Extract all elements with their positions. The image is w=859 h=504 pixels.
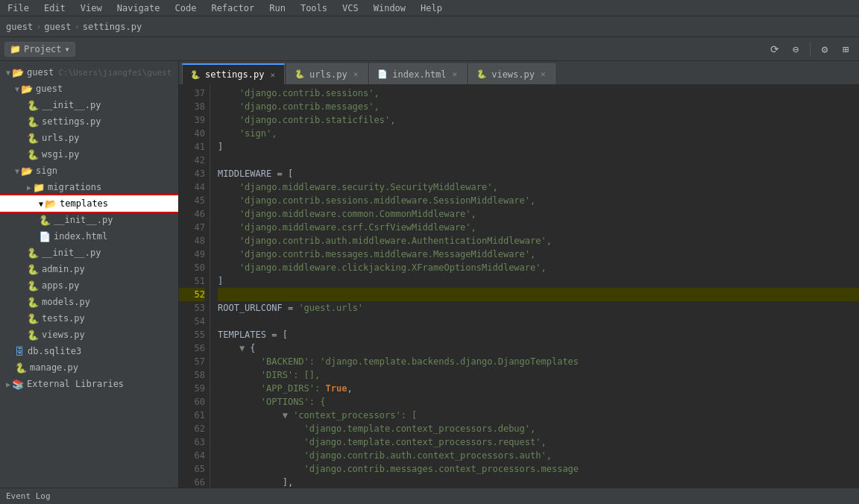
tree-item-settings-py[interactable]: 🐍 settings.py bbox=[0, 113, 178, 130]
tree-item-models-py[interactable]: 🐍 models.py bbox=[0, 294, 178, 310]
expand-arrow5: ▼ bbox=[39, 200, 43, 208]
tree-item-templates[interactable]: ▼ 📂 templates bbox=[0, 195, 178, 212]
menu-view[interactable]: View bbox=[78, 1, 105, 15]
html-file-icon: 📄 bbox=[377, 69, 388, 79]
expand-arrow4: ▶ bbox=[27, 183, 31, 192]
linenum-62: 62 bbox=[179, 422, 205, 435]
tree-label-init: __init__.py bbox=[42, 100, 101, 110]
tree-item-views-py[interactable]: 🐍 views.py bbox=[0, 327, 178, 343]
code-line-40: 'sign', bbox=[218, 127, 859, 140]
menu-refactor[interactable]: Refactor bbox=[208, 1, 257, 15]
code-content-46: 'django.middleware.common.CommonMiddlewa… bbox=[218, 207, 476, 221]
linenum-47: 47 bbox=[179, 221, 205, 234]
editor-area[interactable]: 37 38 39 40 41 42 43 44 45 46 47 48 49 5… bbox=[179, 85, 859, 488]
tree-item-admin-py[interactable]: 🐍 admin.py bbox=[0, 261, 178, 277]
tree-item-migrations[interactable]: ▶ 📁 migrations bbox=[0, 179, 178, 195]
path-label: C:\Users\jiangfei\guest bbox=[58, 68, 172, 78]
expand-arrow3: ▼ bbox=[15, 167, 19, 175]
tree-label-templates-init: __init__.py bbox=[54, 215, 113, 225]
linenum-39: 39 bbox=[179, 113, 205, 127]
tree-label-templates: templates bbox=[60, 198, 108, 209]
tree-item-ext-libs[interactable]: ▶ 📚 External Libraries bbox=[0, 376, 178, 392]
tree-label-models: models.py bbox=[42, 297, 90, 307]
tree-label-settings: settings.py bbox=[42, 116, 101, 127]
tree-label-guest: guest bbox=[36, 84, 63, 94]
breadcrumb-guest2[interactable]: guest bbox=[44, 22, 71, 32]
linenum-41: 41 bbox=[179, 140, 205, 154]
tab-label-views: views.py bbox=[491, 69, 535, 80]
code-line-48: 'django.contrib.auth.middleware.Authenti… bbox=[218, 234, 859, 248]
linenum-58: 58 bbox=[179, 368, 205, 382]
code-line-42 bbox=[218, 154, 859, 167]
tree-item-urls-py[interactable]: 🐍 urls.py bbox=[0, 130, 178, 146]
toolbar-view-btn[interactable]: ⊞ bbox=[837, 40, 855, 58]
expand-arrow6: ▶ bbox=[6, 380, 10, 388]
menu-navigate[interactable]: Navigate bbox=[114, 1, 163, 15]
tree-label-ext: External Libraries bbox=[27, 379, 124, 389]
linenum-56: 56 bbox=[179, 341, 205, 355]
menu-window[interactable]: Window bbox=[371, 1, 409, 15]
tab-index-html[interactable]: 📄 index.html ✕ bbox=[369, 63, 467, 84]
tab-settings[interactable]: 🐍 settings.py ✕ bbox=[182, 63, 285, 84]
py-icon9: 🐍 bbox=[27, 297, 39, 308]
menu-vcs[interactable]: VCS bbox=[339, 1, 362, 15]
tree-item-sign-init[interactable]: 🐍 __init__.py bbox=[0, 245, 178, 261]
breadcrumb-guest[interactable]: guest bbox=[6, 22, 33, 32]
tab-close-urls[interactable]: ✕ bbox=[352, 69, 360, 80]
tree-item-sign[interactable]: ▼ 📂 sign bbox=[0, 163, 178, 179]
tab-close-views[interactable]: ✕ bbox=[539, 69, 547, 80]
code-line-64: 'django.contrib.auth.context_processors.… bbox=[218, 449, 859, 462]
menu-file[interactable]: File bbox=[4, 1, 32, 15]
tree-item-templates-init[interactable]: 🐍 __init__.py bbox=[0, 212, 178, 228]
tree-item-manage-py[interactable]: 🐍 manage.py bbox=[0, 359, 178, 376]
menu-edit[interactable]: Edit bbox=[41, 1, 69, 15]
toolbar-sync-btn[interactable]: ⟳ bbox=[766, 40, 784, 58]
code-content-39: 'django.contrib.staticfiles', bbox=[218, 113, 395, 127]
settings-file-icon: 🐍 bbox=[190, 70, 201, 80]
html-icon: 📄 bbox=[39, 231, 51, 242]
linenum-66: 66 bbox=[179, 476, 205, 488]
tab-urls[interactable]: 🐍 urls.py ✕ bbox=[286, 63, 368, 84]
tab-views[interactable]: 🐍 views.py ✕ bbox=[468, 63, 555, 84]
linenum-60: 60 bbox=[179, 395, 205, 409]
tree-item-guest-inner[interactable]: ▼ 📂 guest bbox=[0, 81, 178, 97]
py-icon6: 🐍 bbox=[27, 248, 39, 259]
breadcrumb-settings[interactable]: settings.py bbox=[83, 22, 142, 32]
tree-item-index-html[interactable]: 📄 index.html bbox=[0, 228, 178, 245]
code-line-39: 'django.contrib.staticfiles', bbox=[218, 113, 859, 127]
py-icon4: 🐍 bbox=[27, 149, 39, 160]
linenum-61: 61 bbox=[179, 409, 205, 422]
code-content-41: ] bbox=[218, 140, 223, 154]
menu-help[interactable]: Help bbox=[418, 1, 445, 15]
menu-tools[interactable]: Tools bbox=[298, 1, 330, 15]
menu-run[interactable]: Run bbox=[266, 1, 289, 15]
code-content-57: 'BACKEND': 'django.template.backends.dja… bbox=[218, 355, 579, 368]
line-numbers: 37 38 39 40 41 42 43 44 45 46 47 48 49 5… bbox=[179, 85, 210, 488]
folder-icon: 📂 bbox=[12, 67, 24, 78]
tree-item-tests-py[interactable]: 🐍 tests.py bbox=[0, 310, 178, 327]
code-content-66: ], bbox=[218, 476, 293, 488]
tree-item-wsgi-py[interactable]: 🐍 wsgi.py bbox=[0, 146, 178, 163]
code-content-54 bbox=[218, 315, 223, 328]
tab-close-settings[interactable]: ✕ bbox=[268, 69, 277, 81]
code-line-49: 'django.contrib.messages.middleware.Mess… bbox=[218, 248, 859, 261]
linenum-37: 37 bbox=[179, 86, 205, 100]
tree-item-init-py[interactable]: 🐍 __init__.py bbox=[0, 97, 178, 113]
tree-label-db: db.sqlite3 bbox=[28, 346, 81, 356]
toolbar-settings-btn[interactable]: ⚙ bbox=[816, 40, 834, 58]
tree-item-db-sqlite[interactable]: 🗄 db.sqlite3 bbox=[0, 343, 178, 359]
status-event-log[interactable]: Event Log bbox=[6, 491, 853, 501]
menu-code[interactable]: Code bbox=[172, 1, 200, 15]
tree-item-guest-root[interactable]: ▼ 📂 guest C:\Users\jiangfei\guest bbox=[0, 64, 178, 81]
project-panel: ▼ 📂 guest C:\Users\jiangfei\guest ▼ 📂 gu… bbox=[0, 61, 179, 488]
toolbar-collapse-btn[interactable]: ⊖ bbox=[787, 40, 805, 58]
tree-item-apps-py[interactable]: 🐍 apps.py bbox=[0, 277, 178, 294]
urls-file-icon: 🐍 bbox=[295, 69, 305, 79]
app-window: File Edit View Navigate Code Refactor Ru… bbox=[0, 0, 859, 504]
code-line-56: ▼ { bbox=[218, 341, 859, 355]
tab-close-index[interactable]: ✕ bbox=[451, 69, 459, 80]
tree-label-wsgi: wsgi.py bbox=[42, 149, 80, 160]
project-dropdown-label[interactable]: 📁 Project ▾ bbox=[4, 42, 75, 57]
tree-label-sign: sign bbox=[36, 166, 57, 176]
code-line-47: 'django.middleware.csrf.CsrfViewMiddlewa… bbox=[218, 221, 859, 234]
